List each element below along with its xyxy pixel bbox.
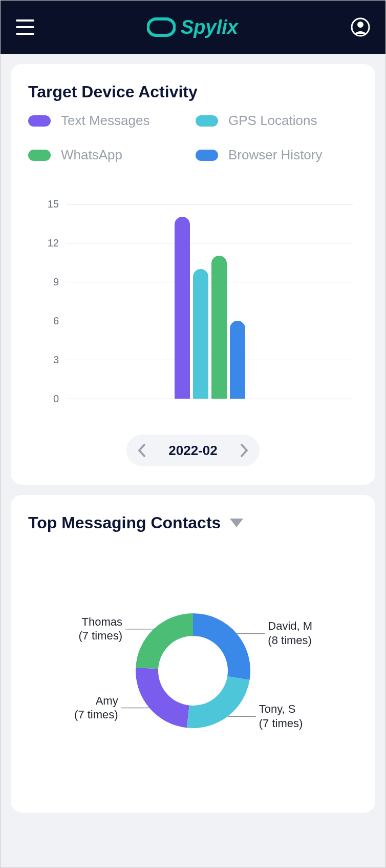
- legend-label: Browser History: [228, 147, 322, 163]
- donut-label: Amy(7 times): [74, 694, 118, 722]
- svg-point-1: [162, 24, 169, 31]
- profile-icon[interactable]: [351, 17, 370, 37]
- bar-gps-locations: [193, 269, 208, 399]
- contact-name: Tony, S: [259, 702, 303, 716]
- contact-name: David, M: [268, 619, 312, 633]
- brand-logo-icon: [147, 17, 176, 37]
- activity-bar-chart: 15129630: [38, 204, 353, 399]
- dropdown-icon[interactable]: [230, 519, 243, 527]
- contact-count: (7 times): [259, 716, 303, 731]
- menu-icon[interactable]: [16, 19, 34, 35]
- legend-item-browser-history[interactable]: Browser History: [196, 147, 358, 163]
- activity-title: Target Device Activity: [28, 82, 358, 101]
- legend-item-gps-locations[interactable]: GPS Locations: [196, 113, 358, 129]
- legend-swatch: [196, 115, 218, 127]
- activity-card: Target Device Activity Text MessagesGPS …: [11, 64, 375, 485]
- bar-text-messages: [175, 217, 190, 399]
- legend-label: GPS Locations: [228, 113, 317, 129]
- legend-label: Text Messages: [61, 113, 149, 129]
- legend-label: WhatsApp: [61, 147, 122, 163]
- legend-item-text-messages[interactable]: Text Messages: [28, 113, 190, 129]
- contacts-card: Top Messaging Contacts David, M(8 times)…: [11, 495, 375, 813]
- contact-count: (8 times): [268, 633, 312, 648]
- contact-count: (7 times): [78, 629, 122, 643]
- contact-name: Amy: [74, 694, 118, 708]
- grid-line: [67, 399, 353, 399]
- donut-label: Thomas(7 times): [78, 615, 122, 643]
- date-label: 2022-02: [168, 443, 217, 459]
- donut-label: David, M(8 times): [268, 619, 312, 647]
- chevron-left-icon[interactable]: [138, 444, 146, 457]
- donut-label: Tony, S(7 times): [259, 702, 303, 730]
- app-header: Spylix: [1, 1, 385, 54]
- contact-count: (7 times): [74, 708, 118, 722]
- brand-logo[interactable]: Spylix: [147, 16, 238, 38]
- chevron-right-icon[interactable]: [240, 444, 248, 457]
- svg-point-3: [357, 22, 363, 28]
- legend-item-whatsapp[interactable]: WhatsApp: [28, 147, 190, 163]
- svg-rect-0: [148, 19, 175, 35]
- contact-name: Thomas: [78, 615, 122, 629]
- bar-whatsapp: [211, 256, 227, 399]
- bar-browser-history: [230, 321, 245, 399]
- legend-swatch: [28, 115, 51, 127]
- contacts-title: Top Messaging Contacts: [28, 513, 221, 532]
- donut-leader-lines: [28, 578, 358, 763]
- date-selector: 2022-02: [126, 435, 260, 466]
- brand-name: Spylix: [181, 16, 238, 38]
- legend-swatch: [28, 150, 51, 161]
- activity-legend: Text MessagesGPS LocationsWhatsAppBrowse…: [28, 113, 358, 163]
- contacts-donut-chart: David, M(8 times)Tony, S(7 times)Amy(7 t…: [28, 578, 358, 763]
- legend-swatch: [196, 150, 218, 161]
